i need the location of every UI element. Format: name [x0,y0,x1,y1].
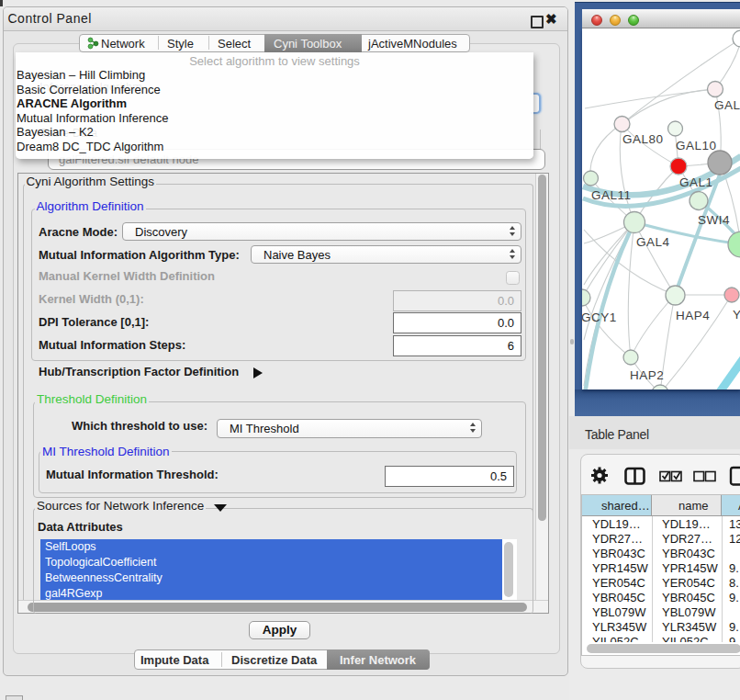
svg-text:GAL11: GAL11 [591,188,632,202]
svg-text:Y: Y [733,308,740,322]
svg-text:GAL80: GAL80 [622,132,664,146]
svg-text:GAL4: GAL4 [636,235,670,249]
svg-text:SWI4: SWI4 [698,213,730,227]
svg-text:HAP2: HAP2 [630,368,664,382]
svg-text:HAP4: HAP4 [676,309,710,322]
svg-text:GAL2: GAL2 [714,98,740,112]
svg-text:GAL1: GAL1 [679,175,713,189]
svg-text:GCY1: GCY1 [582,310,617,324]
svg-text:GAL10: GAL10 [676,139,717,152]
